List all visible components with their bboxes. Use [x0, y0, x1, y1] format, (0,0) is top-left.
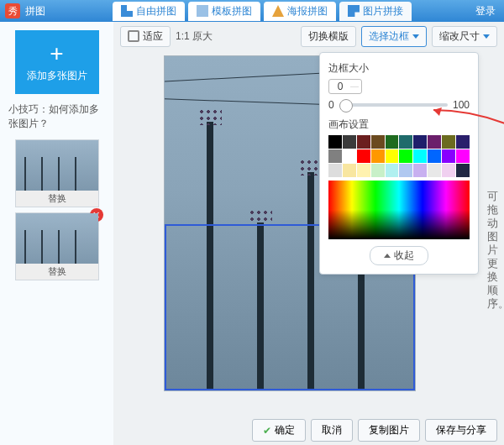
save-share-button[interactable]: 保存与分享 — [425, 419, 497, 442]
border-panel: 边框大小 0 0 100 画布设置 收起 — [319, 52, 479, 275]
replace-button[interactable]: 替换 — [16, 191, 98, 207]
slider-max: 100 — [453, 99, 470, 111]
chevron-down-icon — [483, 34, 490, 39]
switch-layout-label: 切换横版 — [308, 29, 349, 44]
border-select-button[interactable]: 选择边框 — [361, 26, 427, 47]
chevron-up-icon — [384, 254, 391, 258]
color-swatch[interactable] — [456, 164, 470, 177]
border-size-input[interactable]: 0 — [328, 79, 362, 94]
color-swatch[interactable] — [428, 164, 441, 177]
resize-label: 缩改尺寸 — [439, 29, 480, 44]
color-swatch[interactable] — [413, 149, 427, 163]
free-collage-icon — [121, 5, 133, 17]
color-swatch[interactable] — [371, 164, 385, 177]
tab-label: 图片拼接 — [363, 4, 403, 18]
fit-button[interactable]: 适应 — [120, 26, 171, 47]
annotation-text: 可拖动图片更换顺序。 — [487, 190, 501, 311]
switch-layout-button[interactable]: 切换横版 — [301, 26, 356, 47]
ok-label: 确定 — [275, 423, 295, 437]
color-swatch[interactable] — [413, 164, 427, 177]
add-images-button[interactable]: + 添加多张图片 — [15, 30, 99, 94]
border-size-slider[interactable] — [339, 103, 448, 107]
color-swatch[interactable] — [456, 135, 470, 149]
poster-collage-icon — [272, 5, 284, 17]
ok-button[interactable]: ✔确定 — [252, 419, 306, 442]
color-swatch[interactable] — [371, 135, 385, 149]
login-link[interactable]: 登录 — [475, 4, 496, 18]
tab-label: 自由拼图 — [136, 4, 176, 18]
tab-image-stitch[interactable]: 图片拼接 — [339, 2, 412, 21]
color-gradient-picker[interactable] — [328, 181, 470, 239]
color-swatch[interactable] — [442, 135, 455, 149]
canvas-setting-label: 画布设置 — [328, 118, 470, 132]
color-swatch[interactable] — [442, 164, 455, 177]
top-tabs: 自由拼图 模板拼图 海报拼图 图片拼接 — [113, 2, 412, 21]
border-size-label: 边框大小 — [328, 61, 470, 76]
plus-icon: + — [50, 42, 63, 65]
color-swatch[interactable] — [399, 164, 412, 177]
collapse-label: 收起 — [394, 249, 414, 263]
thumbnail-image — [16, 140, 98, 191]
add-images-label: 添加多张图片 — [27, 69, 87, 83]
check-icon: ✔ — [263, 425, 271, 437]
color-swatch[interactable] — [399, 149, 412, 163]
tab-label: 模板拼图 — [212, 4, 252, 18]
color-swatch[interactable] — [413, 135, 427, 149]
color-swatch[interactable] — [343, 149, 356, 163]
app-icon: 秀 — [5, 3, 20, 18]
slider-min: 0 — [328, 99, 334, 111]
color-swatch[interactable] — [343, 135, 356, 149]
tip-text[interactable]: 小技巧：如何添加多张图片？ — [8, 102, 107, 131]
fit-label: 适应 — [143, 29, 163, 44]
color-swatch[interactable] — [442, 149, 455, 163]
color-swatch[interactable] — [328, 164, 342, 177]
thumbnail-1[interactable]: 1 替换 — [15, 139, 99, 207]
app-title: 拼图 — [25, 4, 45, 18]
color-swatch[interactable] — [386, 135, 399, 149]
collapse-button[interactable]: 收起 — [370, 246, 428, 265]
color-swatch[interactable] — [371, 149, 385, 163]
thumbnail-2[interactable]: 2 ✕ 替换 — [15, 212, 99, 280]
color-swatch[interactable] — [456, 149, 470, 163]
color-swatch[interactable] — [357, 135, 370, 149]
color-swatch[interactable] — [357, 164, 370, 177]
color-swatch[interactable] — [428, 149, 441, 163]
workspace: 适应 1:1 原大 切换横版 选择边框 缩改尺寸 边框大小 0 0 100 — [113, 22, 504, 445]
color-swatch[interactable] — [328, 149, 342, 163]
chevron-down-icon — [412, 34, 419, 39]
color-swatch[interactable] — [399, 135, 412, 149]
color-swatch[interactable] — [386, 149, 399, 163]
border-select-label: 选择边框 — [369, 29, 409, 44]
resize-button[interactable]: 缩改尺寸 — [432, 26, 497, 47]
color-swatch[interactable] — [343, 164, 356, 177]
image-stitch-icon — [348, 5, 360, 17]
color-swatch[interactable] — [357, 149, 370, 163]
tab-template-collage[interactable]: 模板拼图 — [188, 2, 260, 21]
zoom-ratio[interactable]: 1:1 原大 — [176, 29, 213, 44]
fit-icon — [128, 30, 139, 42]
color-swatches — [328, 135, 470, 177]
thumbnail-image — [16, 213, 98, 264]
cancel-button[interactable]: 取消 — [311, 419, 353, 442]
copy-image-button[interactable]: 复制图片 — [358, 419, 420, 442]
template-collage-icon — [197, 5, 208, 17]
color-swatch[interactable] — [428, 135, 441, 149]
tab-free-collage[interactable]: 自由拼图 — [113, 2, 185, 21]
color-swatch[interactable] — [386, 164, 399, 177]
replace-button[interactable]: 替换 — [16, 264, 98, 280]
tab-label: 海报拼图 — [287, 4, 328, 18]
color-swatch[interactable] — [328, 135, 342, 149]
tab-poster-collage[interactable]: 海报拼图 — [264, 2, 336, 21]
